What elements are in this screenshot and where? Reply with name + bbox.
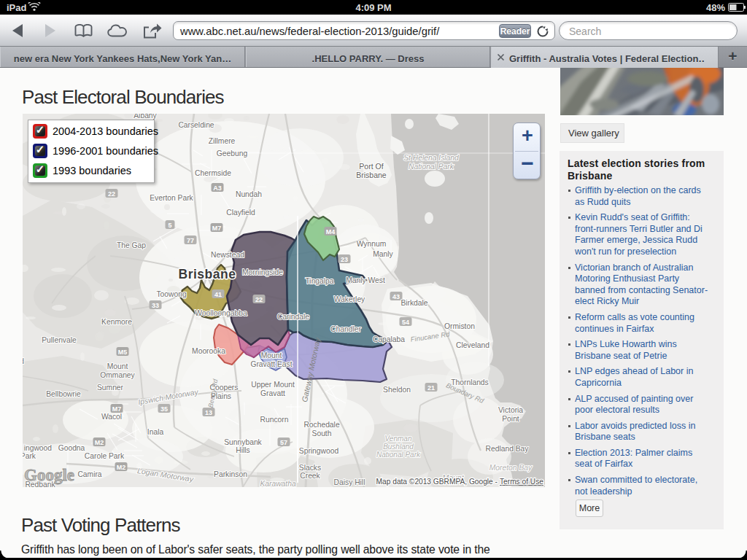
svg-text:Carole Park: Carole Park — [85, 452, 125, 460]
svg-text:Pullenvale: Pullenvale — [42, 336, 77, 344]
svg-text:M7: M7 — [112, 405, 122, 413]
svg-text:National Park: National Park — [376, 451, 421, 459]
svg-text:Springwood: Springwood — [299, 447, 339, 455]
svg-text:Brisbane: Brisbane — [356, 171, 387, 179]
svg-text:Manly West: Manly West — [346, 276, 385, 284]
svg-text:Map data ©2013 GBRMPA, Google: Map data ©2013 GBRMPA, Google - — [376, 478, 498, 486]
svg-text:M2: M2 — [95, 439, 104, 446]
svg-text:Victoria: Victoria — [498, 406, 523, 414]
svg-text:Albany: Albany — [133, 114, 157, 120]
svg-text:33: 33 — [152, 302, 159, 309]
svg-text:54: 54 — [402, 319, 409, 326]
svg-text:Hills: Hills — [236, 446, 249, 454]
svg-text:Gravatt: Gravatt — [260, 389, 285, 397]
svg-text:Wakerley: Wakerley — [334, 295, 365, 303]
svg-text:Capalaba: Capalaba — [373, 335, 405, 343]
svg-text:Gravatt East: Gravatt East — [250, 360, 292, 368]
svg-text:Runcorn: Runcorn — [260, 416, 289, 424]
svg-text:Woolloongabba: Woolloongabba — [195, 309, 247, 317]
svg-text:Goodna: Goodna — [58, 444, 85, 452]
svg-text:instead: instead — [23, 357, 24, 365]
svg-text:Slacks: Slacks — [299, 464, 321, 472]
svg-text:Moreton Bay: Moreton Bay — [489, 464, 533, 472]
svg-text:Upper Mount: Upper Mount — [251, 381, 295, 389]
svg-text:Clayfield: Clayfield — [226, 209, 255, 217]
svg-text:Morningside: Morningside — [242, 268, 283, 276]
svg-text:5: 5 — [168, 222, 171, 229]
svg-text:22: 22 — [255, 296, 263, 303]
svg-text:41: 41 — [214, 291, 222, 298]
svg-text:Karawatha: Karawatha — [260, 480, 296, 487]
svg-text:Ommaney: Ommaney — [100, 371, 135, 379]
svg-text:Ormiston: Ormiston — [444, 322, 475, 330]
svg-text:Birkdale: Birkdale — [400, 299, 427, 307]
svg-text:M2: M2 — [117, 464, 126, 471]
svg-text:Manly: Manly — [373, 250, 393, 258]
svg-text:Port Of: Port Of — [359, 162, 383, 171]
svg-text:Zillmere: Zillmere — [209, 137, 236, 145]
svg-text:Sumner: Sumner — [97, 384, 124, 392]
svg-text:A3: A3 — [213, 184, 222, 192]
svg-text:M4: M4 — [326, 228, 336, 236]
svg-text:ingwood: ingwood — [24, 444, 53, 452]
svg-text:The Gap: The Gap — [117, 241, 146, 249]
svg-text:South: South — [312, 429, 332, 438]
svg-text:Geebung: Geebung — [217, 149, 248, 158]
svg-text:Tingalpa: Tingalpa — [305, 277, 333, 285]
svg-text:Cleveland: Cleveland — [456, 341, 489, 349]
svg-text:Sheldon: Sheldon — [383, 386, 411, 394]
svg-text:M5: M5 — [118, 349, 128, 356]
svg-text:Bushland: Bushland — [383, 443, 414, 451]
svg-text:Sunnybank: Sunnybank — [224, 438, 262, 446]
svg-text:43: 43 — [392, 293, 400, 300]
svg-text:Creek: Creek — [300, 472, 320, 480]
svg-text:Chandler: Chandler — [330, 325, 361, 333]
svg-text:Google: Google — [24, 466, 74, 484]
svg-text:Brisbane: Brisbane — [179, 267, 236, 281]
svg-text:21: 21 — [427, 384, 435, 392]
svg-text:Camira: Camira — [77, 470, 101, 478]
svg-text:Inala: Inala — [147, 428, 164, 436]
svg-text:Redland Bay: Redland Bay — [486, 445, 530, 453]
svg-text:M7: M7 — [212, 225, 222, 232]
svg-text:Kenmore: Kenmore — [101, 318, 132, 326]
svg-text:Venman: Venman — [385, 435, 412, 443]
svg-text:Moorooka: Moorooka — [192, 347, 225, 355]
svg-text:23: 23 — [341, 256, 348, 263]
svg-text:Wynnum: Wynnum — [357, 240, 387, 248]
svg-text:Toowong: Toowong — [156, 290, 186, 298]
svg-text:Everton Park: Everton Park — [150, 194, 193, 202]
svg-text:13: 13 — [205, 409, 212, 416]
svg-text:Point: Point — [502, 415, 519, 423]
svg-text:57: 57 — [280, 439, 287, 446]
svg-text:Bellbowrie: Bellbowrie — [46, 390, 81, 398]
svg-text:Mount: Mount — [261, 351, 282, 359]
svg-text:22: 22 — [108, 190, 115, 198]
svg-text:Parkinson: Parkinson — [214, 470, 247, 478]
svg-text:Mount: Mount — [107, 362, 128, 370]
svg-text:St Helena Island: St Helena Island — [403, 154, 459, 162]
svg-text:Wacol: Wacol — [101, 413, 122, 421]
svg-text:Rochedale: Rochedale — [303, 421, 340, 429]
svg-text:35: 35 — [160, 405, 168, 413]
svg-text:Nundah: Nundah — [236, 190, 262, 198]
svg-text:National Park: National Park — [409, 163, 454, 171]
svg-text:77: 77 — [187, 237, 194, 244]
svg-text:Terms of Use: Terms of Use — [500, 478, 543, 486]
svg-text:Daisy Hill: Daisy Hill — [334, 478, 365, 486]
svg-text:Newstead: Newstead — [211, 251, 244, 259]
svg-text:Carindale: Carindale — [277, 313, 309, 321]
svg-text:Park: Park — [23, 452, 36, 460]
svg-text:Carseldine: Carseldine — [178, 121, 214, 129]
svg-text:Chermside: Chermside — [195, 169, 231, 177]
